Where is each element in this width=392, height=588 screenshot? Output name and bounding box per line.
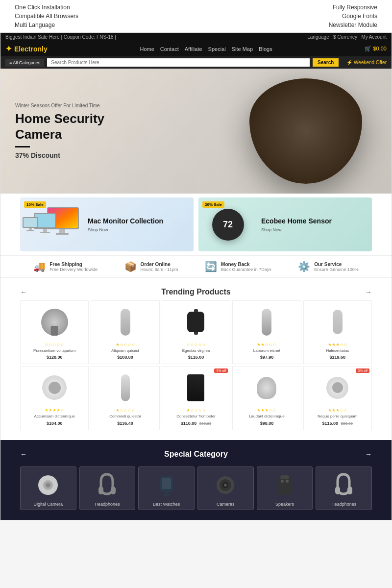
promo-right: Fully Responsive Google Fonts Newsletter…	[329, 4, 377, 28]
shipping-icon: 🚚	[33, 261, 46, 272]
store-logo: ✦ Electronly	[5, 44, 48, 53]
product-price-8: $98.00	[237, 421, 296, 426]
promo-card-mac[interactable]: 10% Sale	[20, 197, 194, 251]
product-price-0: $128.00	[24, 355, 84, 360]
store-preview: Biggest Indian Sale Here | Coupon Code: …	[0, 32, 392, 520]
promo-card-mac-link[interactable]: Shop Now	[88, 227, 163, 232]
nav-contact[interactable]: Contact	[160, 46, 179, 52]
order-icon: 📦	[124, 261, 137, 272]
nav-affiliate[interactable]: Affiliate	[185, 46, 202, 52]
svg-rect-4	[56, 233, 69, 235]
feature-service-title: Our Service	[314, 262, 359, 267]
product-stars-3: ★★☆☆☆	[237, 342, 296, 347]
product-name-3: Laborum eisnet	[237, 348, 296, 353]
svg-rect-31	[347, 487, 352, 494]
thermos-icon	[121, 309, 130, 336]
feature-shipping: 🚚 Free Shipping Free Delivery Worldwide	[33, 261, 98, 272]
product-img-1	[95, 305, 155, 339]
product-img-0	[24, 305, 84, 339]
svg-point-29	[286, 480, 289, 483]
svg-point-15	[46, 483, 50, 488]
store-nav: Home Contact Affiliate Special Site Map …	[140, 46, 272, 52]
search-input[interactable]	[47, 58, 310, 67]
trending-next-arrow[interactable]: →	[365, 288, 372, 296]
product-card-9[interactable]: 3% off ★★★☆☆ Neque porro quisquam $115.0…	[303, 366, 372, 430]
special-card-5[interactable]: Headphones	[316, 466, 372, 510]
special-card-3[interactable]: Cameras	[197, 466, 254, 510]
feature-money-back-title: Money Back	[221, 262, 271, 267]
promo-item-3: Multi Language	[15, 22, 78, 28]
special-card-0[interactable]: Digital Camera	[20, 466, 76, 510]
special-category-section: ← Special Category → Digital Camera	[0, 440, 392, 520]
thermos2-icon	[262, 309, 271, 336]
product-card-2[interactable]: ☆☆☆☆☆ Egestas virginia $116.00	[162, 300, 230, 364]
svg-rect-10	[24, 218, 37, 227]
special-label-0: Digital Camera	[24, 502, 73, 507]
speaker-tall-icon	[121, 374, 130, 401]
svg-rect-27	[280, 475, 289, 479]
promo-cards-row: 10% Sale	[0, 197, 392, 251]
hero-product-image	[249, 78, 362, 184]
special-card-1[interactable]: Headphones	[79, 466, 136, 510]
product-img-9	[308, 370, 368, 405]
smartwatch-icon	[187, 312, 204, 332]
hero-pre-title: Winter Seasons Offer For Limited Time	[15, 103, 104, 108]
service-icon: ⚙️	[298, 261, 310, 272]
feature-money-back: 🔄 Money Back Back Guarantee in 7Days	[205, 261, 271, 272]
product-name-7: Consectetur frompeter	[166, 414, 226, 419]
promo-item-6: Newsletter Module	[329, 22, 377, 28]
categories-button[interactable]: ≡ All Categories	[5, 59, 44, 67]
svg-rect-3	[59, 229, 65, 233]
nav-special[interactable]: Special	[208, 46, 226, 52]
product-stars-5: ★★★★☆	[24, 408, 84, 413]
svg-rect-7	[43, 229, 47, 232]
promo-item-2: Compatible All Browsers	[15, 13, 78, 20]
product-img-3	[237, 305, 296, 339]
promo-item-1: One Click Installation	[15, 4, 78, 11]
nav-blogs[interactable]: Blogs	[259, 46, 272, 52]
special-next-arrow[interactable]: →	[365, 450, 372, 458]
product-price-old-9: $99.00	[341, 421, 353, 426]
svg-rect-19	[162, 478, 171, 489]
search-button[interactable]: Search	[313, 58, 339, 67]
feature-order-title: Order Online	[141, 262, 178, 267]
product-card-0[interactable]: ☆☆☆☆☆ Praesantium volutpatum $128.00	[20, 300, 89, 364]
product-card-3[interactable]: ★★☆☆☆ Laborum eisnet $97.90	[232, 300, 301, 364]
product-card-8[interactable]: ★★★☆☆ Laudant dictenmque $98.00	[232, 366, 301, 430]
special-prev-arrow[interactable]: ←	[20, 450, 27, 458]
svg-rect-17	[111, 487, 116, 494]
promo-card-eco-link[interactable]: Shop Now	[261, 227, 332, 232]
special-card-2[interactable]: Best Watches	[138, 466, 195, 510]
key-cam-icon	[333, 310, 343, 334]
product-price-3: $97.90	[237, 355, 296, 360]
promo-card-eco[interactable]: 20% Sale 72 Ecobee Home Sensor Shop Now	[198, 197, 372, 251]
product-price-7: $110.00 $90.00	[166, 421, 226, 426]
special-img-3	[201, 472, 250, 499]
feature-service: ⚙️ Our Service Ensure Genuine 100%	[298, 261, 359, 272]
product-stars-8: ★★★☆☆	[237, 408, 296, 413]
feature-money-back-sub: Back Guarantee in 7Days	[221, 267, 271, 272]
promo-item-4: Fully Responsive	[329, 4, 377, 11]
nav-home[interactable]: Home	[140, 46, 154, 52]
product-card-6[interactable]: ★☆☆☆☆ Commodi quiestor $136.40	[91, 366, 159, 430]
product-price-2: $116.00	[166, 355, 226, 360]
product-card-7[interactable]: 5% off ★☆☆☆☆ Consectetur frompeter $110.…	[162, 366, 230, 430]
svg-rect-11	[29, 228, 32, 230]
special-label-1: Headphones	[83, 502, 132, 507]
hero-content: Winter Seasons Offer For Limited Time Ho…	[15, 103, 104, 159]
trending-prev-arrow[interactable]: ←	[20, 288, 27, 296]
bag-speaker-icon	[187, 374, 204, 401]
promo-card-eco-title: Ecobee Home Sensor	[261, 217, 332, 225]
product-card-1[interactable]: ★☆☆☆☆ Aliquam quisest $108.80	[91, 300, 159, 364]
product-stars-2: ☆☆☆☆☆	[166, 342, 226, 347]
mac-monitor-image	[20, 202, 84, 246]
store-cart[interactable]: 🛒 $0.00	[365, 46, 387, 52]
svg-rect-20	[165, 492, 168, 494]
store-topbar-right: Language $ Currency My Account	[307, 34, 387, 40]
product-card-5[interactable]: ★★★★☆ Accumsam dictenmque $104.00	[20, 366, 89, 430]
logo-icon: ✦	[5, 44, 12, 53]
nav-sitemap[interactable]: Site Map	[232, 46, 253, 52]
promo-card-mac-text: Mac Monitor Collection Shop Now	[84, 213, 167, 236]
product-card-4[interactable]: ★★★☆☆ Nalesentatus $119.60	[303, 300, 372, 364]
special-card-4[interactable]: Speakers	[257, 466, 313, 510]
